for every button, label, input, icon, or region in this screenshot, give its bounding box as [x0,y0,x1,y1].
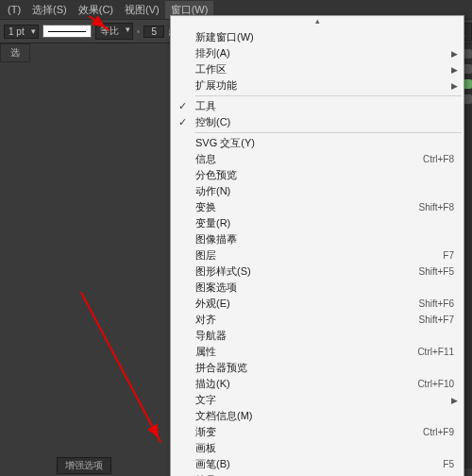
win-main-item-4[interactable]: 变换Shift+F8 [171,199,464,215]
win-main-item-0[interactable]: SVG 交互(Y) [171,135,464,151]
win-main-item-8[interactable]: 图形样式(S)Shift+F5 [171,264,464,280]
menu-item-label: 描边(K) [195,377,417,391]
divider-icon: • [137,26,141,37]
window-menu-dropdown: ▴ 新建窗口(W)排列(A)▶工作区▶扩展功能▶ ✓工具✓控制(C) SVG 交… [170,15,464,476]
points-field[interactable]: 5 [143,26,164,38]
menu-item-label: 画板 [195,441,454,455]
win-top-item-2[interactable]: 工作区▶ [171,61,464,77]
menu-item-label: 文档信息(M) [195,409,454,423]
menu-item-label: 图层 [195,248,443,263]
win-main-item-20[interactable]: 画笔(B)F5 [171,456,464,472]
menu-item-label: 分色预览 [195,168,454,182]
menu-item-label: 导航器 [195,329,454,343]
menu-item-label: 工具 [195,99,454,113]
menu-item-label: 变量(R) [195,216,454,230]
menu-select[interactable]: 选择(S) [26,1,73,19]
win-top-item-3[interactable]: 扩展功能▶ [171,77,464,94]
menu-item-shortcut: Shift+F5 [418,266,454,277]
win-main-item-9[interactable]: 图案选项 [171,280,464,296]
check-icon: ✓ [178,116,187,128]
win-main-item-3[interactable]: 动作(N) [171,183,464,199]
win-main-item-13[interactable]: 属性Ctrl+F11 [171,344,464,360]
menu-item-label: 渐变 [195,425,423,439]
win-tog-item-0[interactable]: ✓工具 [171,98,464,114]
menu-item-shortcut: Ctrl+F11 [417,347,454,357]
win-main-item-11[interactable]: 对齐Shift+F7 [171,312,464,328]
stroke-preview[interactable] [42,25,92,38]
menu-scroll-up-icon[interactable]: ▴ [171,16,464,29]
menu-item-shortcut: Shift+F8 [418,202,454,212]
menu-item-label: 新建窗口(W) [195,30,454,44]
menu-item-label: 外观(E) [195,297,418,311]
panel-tab-select[interactable]: 选 [0,43,30,62]
menu-item-label: 变换 [195,200,418,214]
win-main-item-16[interactable]: 文字▶ [171,392,464,408]
menu-item-label: 动作(N) [195,184,454,198]
win-main-item-10[interactable]: 外观(E)Shift+F6 [171,296,464,312]
win-main-item-17[interactable]: 文档信息(M) [171,408,464,424]
menu-item-label: 信息 [195,152,423,166]
menu-item-label: 图像描摹 [195,232,454,246]
menu-item-label: SVG 交互(Y) [195,136,454,150]
menu-item-label: 排列(A) [195,46,454,60]
win-main-item-5[interactable]: 变量(R) [171,215,464,231]
win-main-item-1[interactable]: 信息Ctrl+F8 [171,151,464,167]
menu-item-label: 图形样式(S) [195,264,418,279]
submenu-arrow-icon: ▶ [451,396,458,405]
submenu-arrow-icon: ▶ [451,49,458,59]
check-icon: ✓ [178,100,187,112]
menu-item-shortcut: Shift+F7 [418,314,454,325]
menu-separator [195,95,462,96]
win-main-item-19[interactable]: 画板 [171,440,464,456]
menu-item-label: 文字 [195,393,454,407]
menu-separator [195,132,462,133]
menu-item-label: 属性 [195,345,417,359]
menu-item-shortcut: Ctrl+F9 [423,427,454,437]
menu-T[interactable]: (T) [2,2,26,17]
menu-view[interactable]: 视图(V) [119,1,165,19]
win-main-item-7[interactable]: 图层F7 [171,247,464,264]
win-main-item-6[interactable]: 图像描摹 [171,231,464,247]
win-main-item-12[interactable]: 导航器 [171,328,464,344]
menu-item-label: 扩展功能 [195,78,454,93]
win-tog-item-1[interactable]: ✓控制(C) [171,114,464,130]
menu-item-label: 对齐 [195,313,418,327]
menu-item-shortcut: Ctrl+F10 [417,379,454,389]
win-main-item-21[interactable]: 符号Shift+Ctrl+F11 [171,472,464,476]
menu-item-label: 图案选项 [195,280,454,295]
submenu-arrow-icon: ▶ [451,81,458,91]
menu-item-label: 工作区 [195,62,454,76]
win-top-item-0[interactable]: 新建窗口(W) [171,29,464,45]
win-main-item-14[interactable]: 拼合器预览 [171,360,464,376]
menu-item-shortcut: F5 [443,459,454,469]
menu-item-shortcut: Ctrl+F8 [423,154,454,164]
submenu-arrow-icon: ▶ [451,65,458,75]
bottom-tab[interactable]: 增强选项 [57,457,111,474]
menu-item-label: 拼合器预览 [195,361,454,375]
menu-item-shortcut: F7 [443,250,454,261]
win-top-item-1[interactable]: 排列(A)▶ [171,45,464,61]
stroke-weight-dropdown[interactable]: 1 pt [4,25,39,39]
menu-item-label: 控制(C) [195,115,454,129]
menu-effect[interactable]: 效果(C) [73,1,119,19]
menu-item-label: 画笔(B) [195,457,443,471]
win-main-item-2[interactable]: 分色预览 [171,167,464,183]
menu-item-shortcut: Shift+F6 [418,298,454,309]
win-main-item-15[interactable]: 描边(K)Ctrl+F10 [171,376,464,392]
win-main-item-18[interactable]: 渐变Ctrl+F9 [171,424,464,440]
annotation-arrow-2 [80,292,161,443]
